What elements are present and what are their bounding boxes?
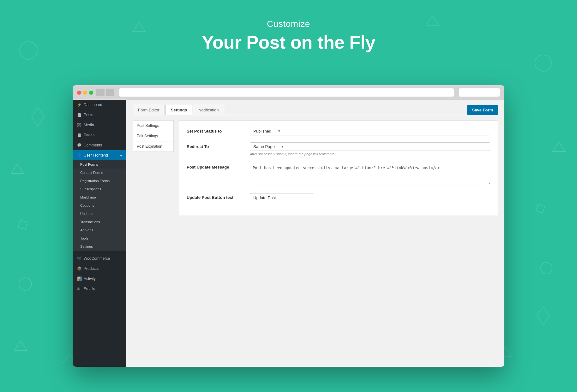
user-frontend-icon: 👤 (77, 153, 81, 157)
svg-point-3 (19, 278, 32, 290)
tab-settings[interactable]: Settings (165, 105, 192, 115)
activity-icon: 📊 (77, 276, 81, 281)
sidebar-item-label: Posts (84, 113, 93, 117)
redirect-to-control: Same Page ▼ After successfull submit, wh… (250, 142, 490, 156)
sidebar-item-label: Media (84, 123, 94, 127)
header-section: Customize Your Post on the Fly (0, 19, 577, 53)
sidebar-submenu-label: Mailchimp (80, 195, 96, 199)
button-text-label: Update Post Button text (187, 193, 250, 200)
tab-notification[interactable]: Notification (193, 105, 224, 115)
form-row-post-status: Set Post Status to Published ▼ (187, 127, 490, 135)
sidebar-item-updates[interactable]: Updates (73, 210, 126, 218)
sidebar-submenu-label: Tools (80, 236, 88, 240)
redirect-to-select[interactable]: Same Page ▼ (250, 142, 490, 151)
redirect-to-hint: After successfull submit, where the page… (250, 152, 490, 156)
sidebar-submenu-label: Updates (80, 212, 93, 216)
svg-marker-1 (11, 164, 24, 174)
sidebar-submenu-label: Post Forms (80, 163, 98, 166)
sidebar-submenu-label: Add-ons (80, 228, 93, 232)
sidebar-item-subscriptions[interactable]: Subscriptions (73, 185, 126, 193)
sidebar-item-dashboard[interactable]: ⚡ Dashboard (73, 100, 126, 110)
sidebar-item-label: Pages (84, 133, 94, 137)
browser-content: ⚡ Dashboard 📄 Posts 🖼 Media 📋 Pages 💬 Co… (73, 100, 504, 367)
sidebar-item-addons[interactable]: Add-ons (73, 226, 126, 234)
sidebar-item-activity[interactable]: 📊 Activity (73, 274, 126, 284)
settings-sidebar: Post Settings Edit Settings Post Expirat… (133, 120, 174, 216)
posts-icon: 📄 (77, 113, 81, 117)
sidebar-item-label: WooCommerce (84, 256, 110, 261)
svg-marker-5 (32, 107, 44, 126)
pages-icon: 📋 (77, 133, 81, 137)
sidebar-item-products[interactable]: 📦 Products (73, 264, 126, 274)
sidebar-item-tools[interactable]: Tools (73, 234, 126, 242)
redirect-to-label: Redirect To (187, 142, 250, 149)
settings-form: Set Post Status to Published ▼ Redirect … (179, 120, 498, 216)
form-row-update-message: Post Update Message Post has been update… (187, 163, 490, 186)
tab-form-editor[interactable]: Form Editor (133, 105, 165, 115)
sidebar-item-settings[interactable]: Settings (73, 242, 126, 251)
products-icon: 📦 (77, 266, 81, 271)
tabs-bar: Form Editor Settings Notification Save F… (133, 105, 498, 115)
form-row-redirect: Redirect To Same Page ▼ After successful… (187, 142, 490, 156)
traffic-lights (77, 91, 93, 95)
button-text-control (250, 193, 490, 202)
svg-marker-7 (553, 142, 565, 151)
sidebar-item-transactions[interactable]: Transactions (73, 218, 126, 226)
address-bar[interactable] (119, 88, 454, 97)
sidebar-item-label: Comments (84, 143, 102, 147)
sidebar-item-registration-forms[interactable]: Registration Forms (73, 177, 126, 185)
close-button[interactable] (77, 91, 81, 95)
header-title: Your Post on the Fly (0, 32, 577, 53)
chevron-down-icon: ▼ (281, 145, 284, 148)
sidebar-submenu-label: Subscriptions (80, 187, 101, 191)
media-icon: 🖼 (77, 123, 81, 127)
sidebar-item-label: User Frontend (84, 153, 108, 157)
svg-rect-2 (18, 220, 27, 229)
sidebar-item-media[interactable]: 🖼 Media (73, 120, 126, 130)
post-status-value: Published (253, 129, 271, 134)
post-status-control: Published ▼ (250, 127, 490, 135)
forward-button[interactable] (106, 89, 114, 96)
sidebar-item-coupons[interactable]: Coupons (73, 201, 126, 210)
sidebar-item-user-frontend[interactable]: 👤 User Frontend (73, 150, 126, 160)
sidebar-item-mailchimp[interactable]: Mailchimp (73, 193, 126, 201)
sidebar-submenu-label: Coupons (80, 204, 94, 207)
browser-search[interactable] (459, 88, 500, 97)
sidebar-item-label: Dashboard (84, 103, 102, 107)
form-row-button-text: Update Post Button text (187, 193, 490, 202)
settings-edit-settings[interactable]: Edit Settings (133, 131, 174, 141)
update-message-textarea[interactable]: Post has been updated successfully. <a t… (250, 163, 490, 185)
settings-post-expiration[interactable]: Post Expiration (133, 141, 174, 152)
sidebar-submenu: Post Forms Contact Forms Registration Fo… (73, 160, 126, 251)
sidebar-submenu-label: Registration Forms (80, 179, 110, 183)
sidebar-item-emails[interactable]: ✉ Emails (73, 284, 126, 294)
sidebar-item-comments[interactable]: 💬 Comments (73, 140, 126, 150)
sidebar-item-pages[interactable]: 📋 Pages (73, 130, 126, 140)
svg-rect-8 (536, 204, 545, 213)
sidebar-submenu-label: Settings (80, 245, 93, 248)
svg-point-9 (541, 263, 552, 274)
sidebar-divider (73, 252, 126, 252)
sidebar-item-posts[interactable]: 📄 Posts (73, 110, 126, 120)
admin-sidebar: ⚡ Dashboard 📄 Posts 🖼 Media 📋 Pages 💬 Co… (73, 100, 126, 367)
maximize-button[interactable] (89, 91, 93, 95)
update-message-control: Post has been updated successfully. <a t… (250, 163, 490, 186)
sidebar-item-post-forms[interactable]: Post Forms (73, 160, 126, 169)
sidebar-item-label: Activity (84, 276, 96, 281)
main-content: Form Editor Settings Notification Save F… (126, 100, 504, 367)
sidebar-item-woocommerce[interactable]: 🛒 WooCommerce (73, 253, 126, 264)
svg-marker-10 (537, 306, 550, 325)
settings-area: Post Settings Edit Settings Post Expirat… (133, 120, 498, 216)
back-button[interactable] (96, 89, 105, 96)
minimize-button[interactable] (83, 91, 87, 95)
settings-post-settings[interactable]: Post Settings (133, 120, 174, 131)
sidebar-item-label: Products (84, 266, 99, 271)
sidebar-item-contact-forms[interactable]: Contact Forms (73, 169, 126, 177)
svg-point-6 (535, 55, 551, 71)
browser-chrome (73, 85, 504, 100)
button-text-input[interactable] (250, 193, 313, 202)
save-form-button[interactable]: Save Form (467, 105, 498, 115)
sidebar-item-label: Emails (84, 287, 95, 291)
sidebar-submenu-label: Contact Forms (80, 171, 103, 175)
post-status-select[interactable]: Published ▼ (250, 127, 490, 135)
